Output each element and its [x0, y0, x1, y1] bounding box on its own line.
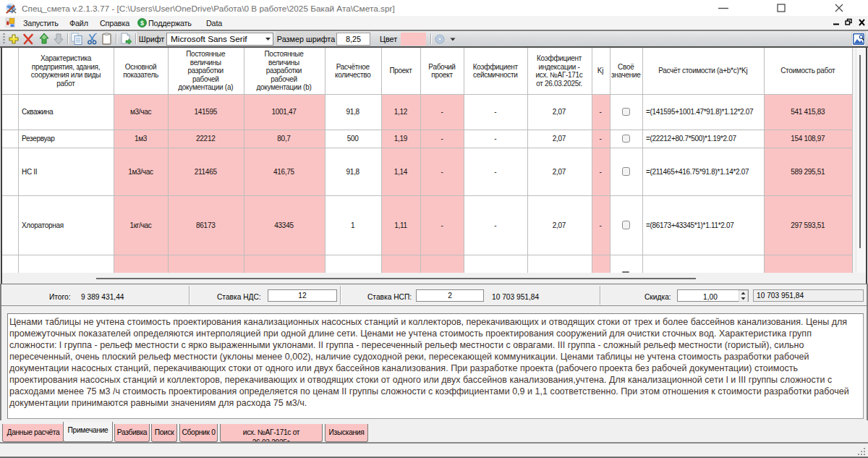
svg-text:$: $ — [140, 20, 144, 27]
